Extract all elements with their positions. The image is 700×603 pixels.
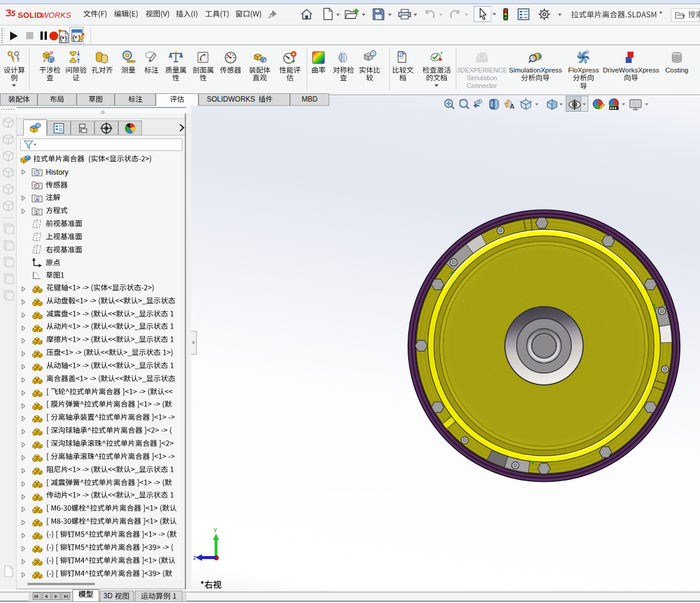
svg-text:A: A bbox=[36, 197, 39, 202]
svg-text:SOLID: SOLID bbox=[18, 11, 42, 20]
svg-text:{: { bbox=[72, 34, 75, 41]
svg-text:Σ: Σ bbox=[36, 210, 39, 215]
svg-text:?: ? bbox=[399, 52, 402, 56]
svg-text:A: A bbox=[510, 103, 515, 110]
svg-text:Y: Y bbox=[213, 528, 217, 534]
svg-text:}: } bbox=[65, 35, 67, 42]
svg-text:{: { bbox=[60, 35, 62, 42]
svg-text:WORKS: WORKS bbox=[41, 11, 71, 20]
svg-text:?: ? bbox=[372, 52, 374, 56]
svg-text:z: z bbox=[193, 554, 196, 561]
